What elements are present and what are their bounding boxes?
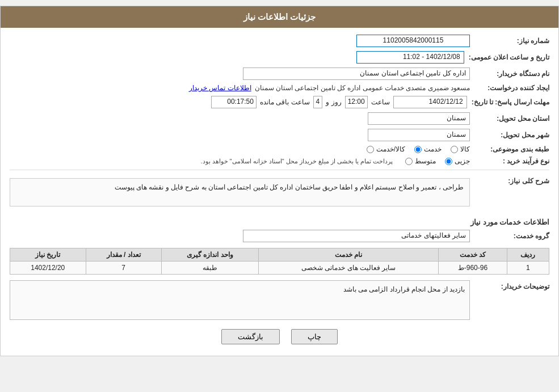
cell-date: 1402/12/20 bbox=[10, 262, 86, 275]
col-header-code: کد خدمت bbox=[439, 248, 507, 262]
response-date-value: 1402/12/12 bbox=[393, 96, 467, 108]
process-radio-mutawaset[interactable] bbox=[405, 158, 413, 165]
category-radio-kala[interactable] bbox=[451, 146, 458, 153]
category-option-kala-label: کالا bbox=[460, 145, 470, 153]
process-option-jozii-label: جزیی bbox=[455, 157, 470, 165]
buyer-notes-value: بازدید از محل انجام قرارداد الزامی می با… bbox=[10, 280, 470, 320]
col-header-qty: تعداد / مقدار bbox=[86, 248, 161, 262]
col-header-row: ردیف bbox=[507, 248, 549, 262]
divider-1 bbox=[10, 170, 549, 170]
description-value: طراحی ، تعمیر و اصلاح سیستم اعلام و اطفا… bbox=[10, 178, 470, 206]
category-option-kala: کالا bbox=[451, 145, 470, 153]
announce-date-value: 1402/12/08 - 11:02 bbox=[356, 51, 464, 64]
creator-row: ایجاد کننده درخواست: مسعود ضمیری متصدی خ… bbox=[10, 84, 549, 92]
category-radio-group: کالا/خدمت خدمت کالا bbox=[367, 145, 470, 153]
cell-unit: طبقه bbox=[161, 262, 258, 275]
back-button[interactable]: بازگشت bbox=[221, 329, 280, 344]
process-option-jozii: جزیی bbox=[445, 157, 470, 165]
print-button[interactable]: چاپ bbox=[291, 329, 338, 344]
page-title: جزئیات اطلاعات نیاز bbox=[1, 6, 558, 28]
cell-code: 960-96-ط bbox=[439, 262, 507, 275]
process-option-mutawaset: متوسط bbox=[405, 157, 436, 165]
buyer-row: نام دستگاه خریدار: اداره کل تامین اجتماع… bbox=[10, 68, 549, 80]
cell-name: سایر فعالیت های خدماتی شخصی bbox=[258, 262, 439, 275]
announce-date-label: تاریخ و ساعت اعلان عمومی: bbox=[464, 53, 549, 61]
remaining-label: ساعت باقی مانده bbox=[260, 98, 310, 106]
creator-value: مسعود ضمیری متصدی خدمات عمومی اداره کل ت… bbox=[255, 84, 470, 92]
category-option-kala-khadamat-label: کالا/خدمت bbox=[376, 145, 405, 153]
category-option-kala-khadamat: کالا/خدمت bbox=[367, 145, 405, 153]
process-row: نوع فرآیند خرید : متوسط جزیی پرداخت تمام… bbox=[10, 157, 549, 165]
response-deadline-row: مهلت ارسال پاسخ: تا تاریخ: 1402/12/12 سا… bbox=[10, 96, 549, 108]
buyer-notes-label: توضیحات خریدار: bbox=[470, 280, 549, 290]
response-day-label: روز و bbox=[326, 98, 341, 106]
contact-link[interactable]: اطلاعات تماس خریدار bbox=[189, 84, 251, 92]
services-table-section: ردیف کد خدمت نام خدمت واحد اندازه گیری ت… bbox=[10, 248, 549, 275]
category-radio-kala-khadamat[interactable] bbox=[367, 146, 374, 153]
category-option-khadamat: خدمت bbox=[414, 145, 442, 153]
description-label: شرح کلی نیاز: bbox=[470, 175, 549, 185]
col-header-name: نام خدمت bbox=[258, 248, 439, 262]
announce-date-row: تاریخ و ساعت اعلان عمومی: 1402/12/08 - 1… bbox=[10, 51, 549, 64]
province-row: استان محل تحویل: سمنان bbox=[10, 112, 549, 125]
service-group-row: گروه خدمت: سایر فعالیتهای خدماتی bbox=[10, 230, 549, 242]
button-row: چاپ بازگشت bbox=[10, 329, 549, 344]
buyer-notes-row: توضیحات خریدار: بازدید از محل انجام قرار… bbox=[10, 280, 549, 320]
buyer-label: نام دستگاه خریدار: bbox=[470, 70, 549, 78]
table-row: 1960-96-طسایر فعالیت های خدماتی شخصیطبقه… bbox=[10, 262, 549, 275]
category-row: طبقه بندی موضوعی: کالا/خدمت خدمت کالا bbox=[10, 145, 549, 153]
col-header-unit: واحد اندازه گیری bbox=[161, 248, 258, 262]
cell-quantity: 7 bbox=[86, 262, 161, 275]
category-radio-khadamat[interactable] bbox=[414, 146, 422, 153]
process-option-mutawaset-label: متوسط bbox=[415, 157, 436, 165]
need-number-label: شماره نیاز: bbox=[470, 37, 549, 45]
response-time-value: 12:00 bbox=[345, 96, 368, 108]
city-label: شهر محل تحویل: bbox=[470, 131, 549, 139]
creator-label: ایجاد کننده درخواست: bbox=[470, 84, 549, 92]
service-group-value: سایر فعالیتهای خدماتی bbox=[243, 230, 470, 242]
response-deadline-label: مهلت ارسال پاسخ: تا تاریخ: bbox=[467, 98, 549, 106]
process-label: نوع فرآیند خرید : bbox=[470, 157, 549, 165]
category-option-khadamat-label: خدمت bbox=[424, 145, 442, 153]
col-header-date: تاریخ نیاز bbox=[10, 248, 86, 262]
need-number-row: شماره نیاز: 1102005842000115 bbox=[10, 35, 549, 47]
services-section-title: اطلاعات خدمات مورد نیاز bbox=[10, 218, 549, 226]
province-label: استان محل تحویل: bbox=[470, 115, 549, 123]
response-time-label: ساعت bbox=[371, 98, 390, 106]
city-value: سمنان bbox=[368, 129, 470, 141]
process-radio-jozii[interactable] bbox=[445, 158, 452, 165]
province-value: سمنان bbox=[368, 112, 470, 125]
buyer-value: اداره کل تامین اجتماعی استان سمنان bbox=[243, 68, 470, 80]
process-note: پرداخت تمام یا بخشی از مبلغ خریداز محل "… bbox=[200, 158, 393, 165]
response-days-value: 4 bbox=[313, 96, 323, 108]
cell-row: 1 bbox=[507, 262, 549, 275]
description-row: شرح کلی نیاز: طراحی ، تعمیر و اصلاح سیست… bbox=[10, 175, 549, 212]
process-radio-group: متوسط جزیی bbox=[405, 157, 470, 165]
remaining-time-value: 00:17:50 bbox=[211, 96, 257, 108]
services-table: ردیف کد خدمت نام خدمت واحد اندازه گیری ت… bbox=[10, 248, 549, 275]
service-group-label: گروه خدمت: bbox=[470, 232, 549, 240]
city-row: شهر محل تحویل: سمنان bbox=[10, 129, 549, 141]
category-label: طبقه بندی موضوعی: bbox=[470, 145, 549, 153]
need-number-value: 1102005842000115 bbox=[356, 35, 470, 47]
